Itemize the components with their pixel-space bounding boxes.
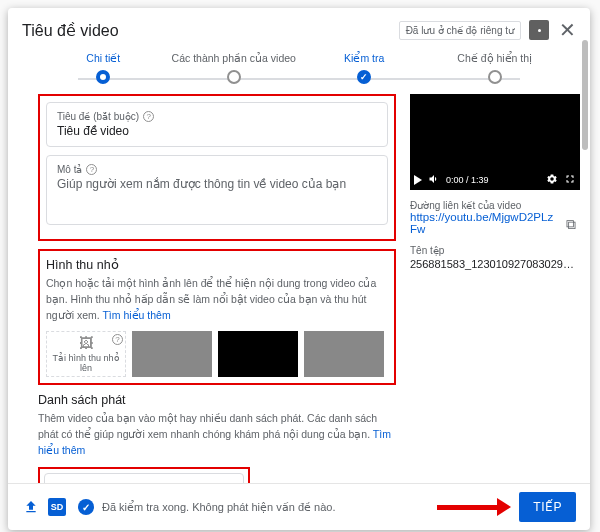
upload-label: Tải hình thu nhỏ lên <box>47 353 125 373</box>
right-column: 0:00 / 1:39 Đường liên kết của video htt… <box>410 94 580 483</box>
filename-label: Tên tệp <box>410 245 580 256</box>
video-link-label: Đường liên kết của video <box>410 200 580 211</box>
content-area: Tiêu đề (bắt buộc) ? Tiêu đề video Mô tả… <box>8 94 590 483</box>
annotation-arrow <box>437 498 511 516</box>
help-icon[interactable]: ? <box>86 164 97 175</box>
thumbnails-row: ? 🖼 Tải hình thu nhỏ lên <box>46 331 388 377</box>
description-field[interactable]: Mô tả ? Giúp người xem nắm được thông ti… <box>46 155 388 225</box>
add-image-icon: 🖼 <box>79 335 93 351</box>
fullscreen-icon[interactable] <box>564 173 576 187</box>
title-label: Tiêu đề (bắt buộc) <box>57 111 139 122</box>
sd-badge-icon: SD <box>48 498 66 516</box>
thumbnail-option-2[interactable] <box>218 331 298 377</box>
highlight-playlist-select: Chọn ▾ <box>38 467 250 484</box>
title-value: Tiêu đề video <box>57 124 377 138</box>
thumbnail-option-1[interactable] <box>132 331 212 377</box>
copy-icon[interactable]: ⧉ <box>566 216 580 230</box>
modal-header: Tiêu đề video Đã lưu ở chế độ riêng tư ✕ <box>8 8 590 48</box>
title-field[interactable]: Tiêu đề (bắt buộc) ? Tiêu đề video <box>46 102 388 147</box>
help-icon[interactable]: ? <box>112 334 123 345</box>
step-label: Chế độ hiển thị <box>457 52 532 64</box>
player-time: 0:00 / 1:39 <box>446 175 489 185</box>
filename-value: 256881583_1230109270830293_6309... <box>410 258 580 270</box>
desc-placeholder: Giúp người xem nắm được thông tin về vid… <box>57 177 377 191</box>
step-elements[interactable]: Các thành phần của video <box>169 52 300 84</box>
help-icon[interactable]: ? <box>143 111 154 122</box>
playlist-select[interactable]: Chọn ▾ <box>44 473 244 484</box>
video-preview[interactable]: 0:00 / 1:39 <box>410 94 580 190</box>
playlist-title: Danh sách phát <box>38 393 396 407</box>
thumbnail-title: Hình thu nhỏ <box>46 257 388 272</box>
desc-label: Mô tả <box>57 164 82 175</box>
modal-title: Tiêu đề video <box>22 21 399 40</box>
step-label: Kiểm tra <box>344 52 384 64</box>
feedback-icon[interactable] <box>529 20 549 40</box>
step-details[interactable]: Chi tiết <box>38 52 169 84</box>
playlist-section: Danh sách phát Thêm video của bạn vào mộ… <box>38 393 396 483</box>
footer-status-text: Đã kiểm tra xong. Không phát hiện vấn đề… <box>102 501 335 514</box>
check-complete-icon: ✓ <box>78 499 94 515</box>
settings-gear-icon[interactable] <box>546 173 558 187</box>
learn-more-link[interactable]: Tìm hiểu thêm <box>102 309 170 321</box>
next-button[interactable]: TIẾP <box>519 492 576 522</box>
highlight-title-desc: Tiêu đề (bắt buộc) ? Tiêu đề video Mô tả… <box>38 94 396 241</box>
highlight-thumbnail: Hình thu nhỏ Chọn hoặc tải một hình ảnh … <box>38 249 396 385</box>
video-link[interactable]: https://youtu.be/MjgwD2PLzFw <box>410 211 560 235</box>
step-label: Các thành phần của video <box>172 52 296 64</box>
upload-status-icon <box>22 498 40 516</box>
save-status-chip: Đã lưu ở chế độ riêng tư <box>399 21 521 40</box>
upload-modal: Tiêu đề video Đã lưu ở chế độ riêng tư ✕… <box>8 8 590 530</box>
step-visibility[interactable]: Chế độ hiển thị <box>430 52 561 84</box>
playlist-desc: Thêm video của bạn vào một hay nhiều dan… <box>38 411 396 458</box>
step-label: Chi tiết <box>86 52 120 64</box>
left-column: Tiêu đề (bắt buộc) ? Tiêu đề video Mô tả… <box>38 94 396 483</box>
play-icon[interactable] <box>414 175 422 185</box>
upload-thumbnail-button[interactable]: ? 🖼 Tải hình thu nhỏ lên <box>46 331 126 377</box>
close-icon[interactable]: ✕ <box>559 20 576 40</box>
volume-icon[interactable] <box>428 173 440 187</box>
player-controls: 0:00 / 1:39 <box>410 170 580 190</box>
thumbnail-option-3[interactable] <box>304 331 384 377</box>
stepper: Chi tiết Các thành phần của video Kiểm t… <box>8 48 590 94</box>
step-checks[interactable]: Kiểm tra <box>299 52 430 84</box>
thumbnail-desc: Chọn hoặc tải một hình ảnh lên để thể hi… <box>46 276 388 323</box>
modal-footer: SD ✓ Đã kiểm tra xong. Không phát hiện v… <box>8 483 590 530</box>
